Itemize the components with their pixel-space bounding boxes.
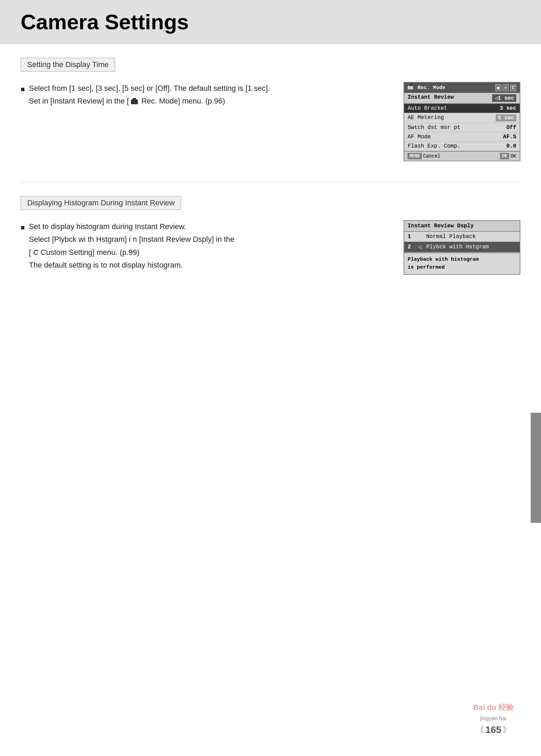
section2-text: ■ Set to display histogram during Instan… bbox=[21, 220, 383, 272]
cancel-label: Cancel bbox=[423, 153, 440, 159]
rec-mode-title: Rec. Mode bbox=[418, 85, 445, 91]
rec-row-label-2: AE Metering bbox=[408, 115, 444, 121]
section2-line4: The default setting is to not display hi… bbox=[29, 259, 383, 271]
baidu-text: Bai du 经验 bbox=[473, 703, 514, 712]
section2-line3c: Custom Setting] menu. (p.99) bbox=[41, 248, 139, 257]
rec-mode-header: Rec. Mode ▣ ✕ C bbox=[404, 83, 520, 93]
ir-row-num-1: 1 bbox=[408, 234, 415, 240]
bullet-icon: ■ bbox=[21, 83, 25, 95]
ir-row-label-1: Normal Playback bbox=[426, 234, 476, 240]
section2-label: Displaying Histogram During Instant Revi… bbox=[21, 196, 181, 210]
page-number-box: 《 165 》 bbox=[476, 724, 511, 735]
rec-mode-icons: ▣ ✕ C bbox=[495, 84, 516, 91]
page-content: Setting the Display Time ■ Select from [… bbox=[0, 44, 541, 309]
ok-btn: OK bbox=[500, 153, 509, 159]
rec-row-label-3: Swtch dst msr pt bbox=[408, 125, 461, 131]
rec-mode-footer: MENU Cancel OK OK bbox=[404, 151, 520, 161]
section2-line3a: [ bbox=[29, 248, 31, 257]
rec-mode-row-5: Flash Exp. Comp. 0.0 bbox=[404, 142, 520, 151]
section1-bullet-content: Select from [1 sec], [3 sec], [5 sec] or… bbox=[29, 82, 383, 108]
menu-btn: MENU bbox=[408, 153, 422, 159]
c-custom-icon: C bbox=[33, 246, 38, 259]
section1-row: ■ Select from [1 sec], [3 sec], [5 sec] … bbox=[21, 82, 520, 161]
baidu-logo: Bai du 经验 bbox=[473, 701, 514, 713]
baidu-url: jingyan.bai bbox=[480, 715, 507, 722]
ir-row-arrow-1 bbox=[418, 234, 423, 240]
page-footer: Bai du 经验 jingyan.bai 《 165 》 bbox=[473, 701, 514, 735]
rec-row-label-4: AF Mode bbox=[408, 134, 431, 140]
ir-description: Playback with histogramis performed bbox=[404, 252, 520, 274]
rec-row-value-3: Off bbox=[506, 125, 516, 131]
rec-mode-row-3: Swtch dst msr pt Off bbox=[404, 123, 520, 132]
bullet-icon-2: ■ bbox=[21, 222, 25, 233]
section-divider bbox=[21, 182, 520, 182]
section2: Displaying Histogram During Instant Revi… bbox=[21, 196, 520, 275]
section2-bullet-content: Set to display histogram during Instant … bbox=[29, 220, 383, 272]
rec-mode-camera-icon bbox=[408, 86, 413, 89]
rec-row-label-5: Flash Exp. Comp. bbox=[408, 143, 461, 149]
rec-mode-header-label: Rec. Mode bbox=[408, 85, 445, 91]
ir-header: Instant Review Dsply bbox=[404, 221, 520, 232]
rec-row-label-0: Instant Review bbox=[408, 94, 454, 102]
section1-line2: Set in [Instant Review] in the [ Rec. Mo… bbox=[29, 95, 383, 107]
section1-text: ■ Select from [1 sec], [3 sec], [5 sec] … bbox=[21, 82, 383, 108]
sidebar-tab bbox=[531, 413, 541, 523]
page-title: Camera Settings bbox=[21, 10, 520, 34]
angle-right: 》 bbox=[503, 724, 511, 735]
page-header: Camera Settings bbox=[0, 0, 541, 44]
page-number: 165 bbox=[485, 724, 501, 735]
rec-row-value-4: AF.S bbox=[503, 134, 516, 140]
icon-box-1: ▣ bbox=[495, 84, 501, 91]
rec-row-value-5: 0.0 bbox=[506, 143, 516, 149]
rec-row-label-1: Auto Bracket bbox=[408, 105, 447, 111]
section1-line1: Select from [1 sec], [3 sec], [5 sec] or… bbox=[29, 82, 383, 95]
ok-label: OK bbox=[510, 153, 516, 159]
ir-row-1: 1 Normal Playback bbox=[404, 232, 520, 242]
ir-row-num-2: 2 bbox=[408, 244, 415, 250]
rec-mode-row-0: Instant Review ◁1 sec bbox=[404, 93, 520, 104]
section2-row: ■ Set to display histogram during Instan… bbox=[21, 220, 520, 275]
footer-ok: OK OK bbox=[500, 153, 516, 159]
ir-row-label-2: Plybck with Hstgram bbox=[426, 244, 489, 250]
footer-cancel: MENU Cancel bbox=[408, 153, 440, 159]
ir-row-2: 2 ◁ Plybck with Hstgram bbox=[404, 242, 520, 252]
section1-line2a: Set in [Instant Review] in the [ bbox=[29, 97, 129, 105]
rec-mode-ui: Rec. Mode ▣ ✕ C Instant Review ◁1 sec bbox=[404, 82, 520, 161]
section1-label: Setting the Display Time bbox=[21, 58, 115, 72]
rec-mode-ui-container: Rec. Mode ▣ ✕ C Instant Review ◁1 sec bbox=[404, 82, 520, 161]
section1-bullet: ■ Select from [1 sec], [3 sec], [5 sec] … bbox=[21, 82, 383, 108]
angle-left: 《 bbox=[476, 724, 484, 735]
section2-line2: Select [Plybck wi th Hstgram] i n [Insta… bbox=[29, 233, 383, 246]
ir-row-arrow-2: ◁ bbox=[418, 244, 423, 250]
section2-bullet: ■ Set to display histogram during Instan… bbox=[21, 220, 383, 272]
instant-review-ui: Instant Review Dsply 1 Normal Playback 2… bbox=[404, 220, 520, 275]
icon-box-2: ✕ bbox=[503, 84, 509, 91]
rec-mode-row-1: Auto Bracket 3 sec bbox=[404, 104, 520, 113]
instant-review-ui-container: Instant Review Dsply 1 Normal Playback 2… bbox=[404, 220, 520, 275]
rec-row-value-1: 3 sec bbox=[500, 105, 516, 111]
section1-line2b: Rec. Mode] menu. (p.96) bbox=[141, 97, 225, 105]
camera-icon bbox=[131, 99, 138, 104]
rec-row-value-2: 5 sec bbox=[496, 115, 516, 121]
rec-mode-row-2: AE Metering 5 sec bbox=[404, 113, 520, 123]
icon-box-3: C bbox=[510, 85, 516, 91]
rec-row-value-0: ◁1 sec bbox=[492, 94, 516, 102]
rec-mode-row-4: AF Mode AF.S bbox=[404, 132, 520, 142]
section2-line1: Set to display histogram during Instant … bbox=[29, 220, 383, 233]
section1: Setting the Display Time ■ Select from [… bbox=[21, 58, 520, 161]
section2-line3: [ C Custom Setting] menu. (p.99) bbox=[29, 246, 383, 259]
